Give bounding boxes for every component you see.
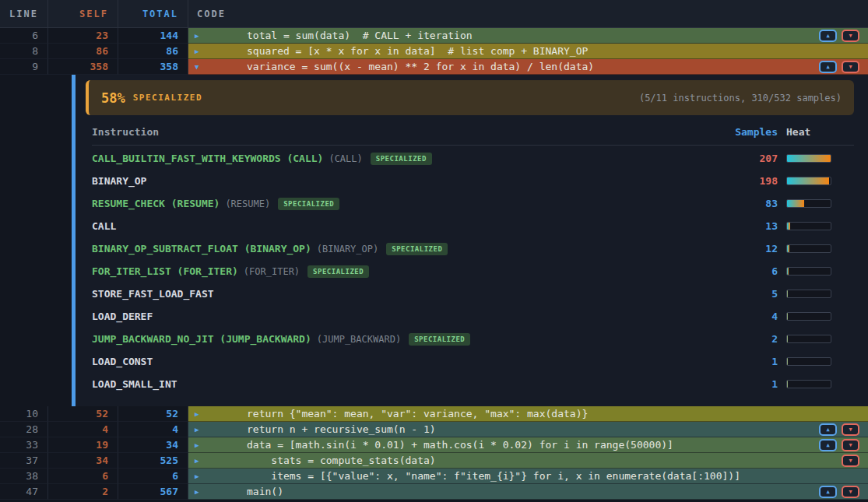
down-arrow-button[interactable]: ▼ <box>842 30 859 42</box>
code-cell[interactable]: ▶data = [math.sin(i * 0.01) + math.cos(i… <box>188 437 868 453</box>
self-samples: 86 <box>48 44 118 59</box>
instruction-samples: 198 <box>725 175 778 187</box>
code-cell[interactable]: ▶return {"mean": mean, "var": variance, … <box>188 406 868 422</box>
instruction-samples: 1 <box>725 378 778 390</box>
code-cell[interactable]: ▶total = sum(data) # CALL + iteration▲▼ <box>188 28 868 44</box>
instruction-samples: 83 <box>725 198 778 209</box>
heat-cell <box>786 312 854 321</box>
instruction-name-cell: LOAD_CONST <box>92 356 725 367</box>
heat-cell <box>786 154 854 163</box>
code-row-line-10: 105252▶return {"mean": mean, "var": vari… <box>0 406 868 422</box>
heat-bar <box>786 177 831 185</box>
code-cell[interactable]: ▼variance = sum((x - mean) ** 2 for x in… <box>188 59 868 75</box>
code-text: total = sum(data) # CALL + iteration <box>247 30 473 41</box>
code-cell[interactable]: ▶main()▲▼ <box>188 484 868 500</box>
instruction-samples: 5 <box>725 288 778 300</box>
instruction-row: CALL13 <box>92 215 854 237</box>
instruction-name-cell: JUMP_BACKWARD_NO_JIT (JUMP_BACKWARD)(JUM… <box>92 333 725 346</box>
down-arrow-button[interactable]: ▼ <box>842 61 859 73</box>
code-row-line-38: 3866▶ items = [{"value": x, "name": f"it… <box>0 469 868 484</box>
heat-bar-fill <box>787 223 790 230</box>
heat-bar-fill <box>787 290 788 297</box>
code-text: items = [{"value": x, "name": f"item_{i}… <box>247 470 740 482</box>
expand-icon[interactable]: ▶ <box>195 47 204 55</box>
heat-bar-fill <box>787 358 788 365</box>
code-cell[interactable]: ▶return n + recursive_sum(n - 1)▲▼ <box>188 422 868 437</box>
up-arrow-button[interactable]: ▲ <box>819 30 837 42</box>
heat-cell <box>786 357 854 366</box>
expand-icon[interactable]: ▶ <box>195 410 204 418</box>
total-samples: 358 <box>118 59 188 75</box>
self-samples: 2 <box>48 484 118 500</box>
up-arrow-button[interactable]: ▲ <box>819 439 837 451</box>
expand-icon[interactable]: ▶ <box>195 472 204 480</box>
self-samples: 358 <box>48 59 118 75</box>
down-arrow-button[interactable]: ▼ <box>842 486 859 498</box>
down-arrow-button[interactable]: ▼ <box>842 455 859 467</box>
total-column-header: TOTAL <box>118 0 188 27</box>
code-row-line-33: 331934▶data = [math.sin(i * 0.01) + math… <box>0 437 868 453</box>
heat-bar-fill <box>787 381 788 388</box>
line-number: 47 <box>0 484 48 500</box>
code-cell[interactable]: ▶ stats = compute_stats(data)▼ <box>188 453 868 469</box>
instruction-name: CALL <box>92 220 116 232</box>
up-arrow-button[interactable]: ▲ <box>819 61 837 73</box>
up-arrow-button[interactable]: ▲ <box>819 423 837 436</box>
instruction-name: BINARY_OP_SUBTRACT_FLOAT (BINARY_OP) <box>92 243 311 255</box>
self-samples: 34 <box>48 453 118 469</box>
instruction-name-cell: CALL_BUILTIN_FAST_WITH_KEYWORDS (CALL)(C… <box>92 153 725 165</box>
expand-icon[interactable]: ▶ <box>195 457 204 465</box>
heat-cell <box>786 199 854 208</box>
panel-accent-line <box>72 75 76 406</box>
self-samples: 19 <box>48 437 118 453</box>
instruction-base-name: (JUMP_BACKWARD) <box>317 334 401 345</box>
down-arrow-button[interactable]: ▼ <box>842 439 859 451</box>
instruction-name: JUMP_BACKWARD_NO_JIT (JUMP_BACKWARD) <box>92 333 311 345</box>
code-row-line-28: 2844▶return n + recursive_sum(n - 1)▲▼ <box>0 422 868 437</box>
heat-cell <box>786 290 854 298</box>
samples-column-header: Samples <box>725 126 778 138</box>
heat-cell <box>786 244 854 253</box>
specialization-meta: (5/11 instructions, 310/532 samples) <box>639 93 842 104</box>
heat-bar <box>786 312 831 321</box>
code-text: squared = [x * x for x in data] # list c… <box>247 45 588 57</box>
instruction-name: BINARY_OP <box>92 175 146 187</box>
heat-bar <box>786 335 831 343</box>
expand-icon[interactable]: ▶ <box>195 426 204 434</box>
instruction-samples: 2 <box>725 333 778 345</box>
total-samples: 34 <box>118 437 188 453</box>
instruction-name-cell: CALL <box>92 220 725 232</box>
specialized-badge: SPECIALIZED <box>409 333 470 346</box>
instruction-row: RESUME_CHECK (RESUME)(RESUME)SPECIALIZED… <box>92 192 854 215</box>
down-arrow-button[interactable]: ▼ <box>842 423 859 436</box>
total-samples: 567 <box>118 484 188 500</box>
specialized-label: SPECIALIZED <box>133 93 202 103</box>
expand-icon[interactable]: ▶ <box>195 441 204 449</box>
expand-icon[interactable]: ▶ <box>195 32 204 40</box>
instruction-name-cell: LOAD_DEREF <box>92 311 725 322</box>
code-rows-top: 623144▶total = sum(data) # CALL + iterat… <box>0 28 868 75</box>
instruction-row: CALL_BUILTIN_FAST_WITH_KEYWORDS (CALL)(C… <box>92 147 854 170</box>
heat-bar-fill <box>787 268 789 275</box>
expand-icon[interactable]: ▶ <box>195 488 204 496</box>
instruction-row: LOAD_SMALL_INT1 <box>92 373 854 395</box>
collapse-icon[interactable]: ▼ <box>195 63 204 71</box>
instruction-table-header: Instruction Samples Heat <box>92 115 854 146</box>
instruction-name: RESUME_CHECK (RESUME) <box>92 198 220 209</box>
code-text: main() <box>247 486 283 497</box>
instruction-column-header: Instruction <box>92 126 725 138</box>
instruction-base-name: (CALL) <box>329 153 362 164</box>
instruction-name: LOAD_DEREF <box>92 311 153 322</box>
code-cell[interactable]: ▶ items = [{"value": x, "name": f"item_{… <box>188 469 868 484</box>
instruction-name-cell: FOR_ITER_LIST (FOR_ITER)(FOR_ITER)SPECIA… <box>92 265 725 278</box>
code-cell[interactable]: ▶squared = [x * x for x in data] # list … <box>188 44 868 59</box>
heat-bar <box>786 244 831 253</box>
code-row-line-6: 623144▶total = sum(data) # CALL + iterat… <box>0 28 868 44</box>
up-arrow-button[interactable]: ▲ <box>819 486 837 498</box>
code-row-line-9: 9358358▼variance = sum((x - mean) ** 2 f… <box>0 59 868 75</box>
instruction-row: FOR_ITER_LIST (FOR_ITER)(FOR_ITER)SPECIA… <box>92 260 854 283</box>
heat-bar <box>786 357 831 366</box>
line-number: 9 <box>0 59 48 75</box>
instruction-samples: 1 <box>725 356 778 367</box>
expanded-detail-panel: 58% SPECIALIZED (5/11 instructions, 310/… <box>0 75 868 406</box>
